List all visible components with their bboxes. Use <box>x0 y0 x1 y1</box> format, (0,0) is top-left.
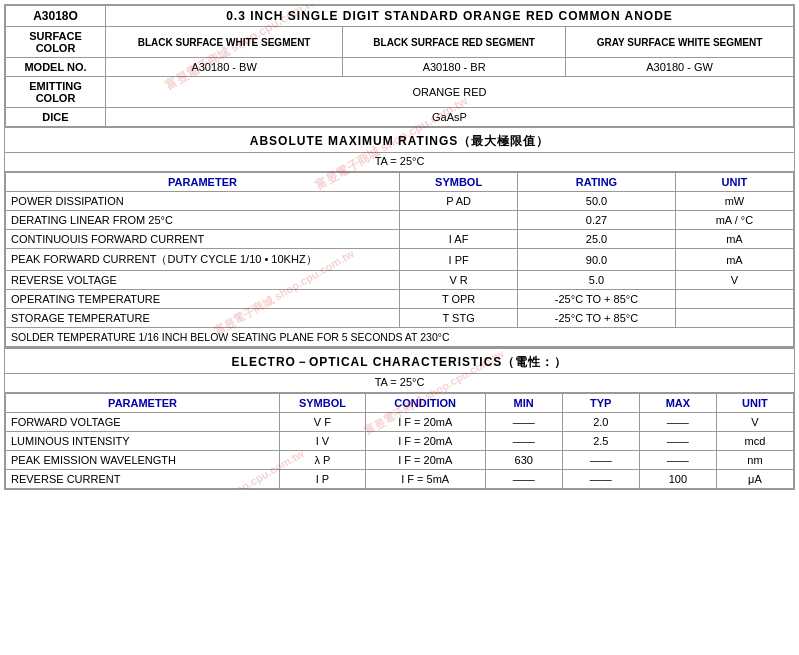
abs-symbol: V R <box>400 271 518 290</box>
header-table: A3018O 0.3 INCH SINGLE DIGIT STANDARD OR… <box>5 5 794 128</box>
abs-param: DERATING LINEAR FROM 25°C <box>6 211 400 230</box>
eo-min: —— <box>485 413 562 432</box>
eo-param: REVERSE CURRENT <box>6 470 280 489</box>
abs-unit: V <box>675 271 793 290</box>
eo-row: LUMINOUS INTENSITY I V I F = 20mA —— 2.5… <box>6 432 794 451</box>
col-rating: RATING <box>518 173 676 192</box>
main-title: 0.3 INCH SINGLE DIGIT STANDARD ORANGE RE… <box>226 9 673 23</box>
col-unit: UNIT <box>675 173 793 192</box>
eo-param: FORWARD VOLTAGE <box>6 413 280 432</box>
model-br: A30180 - BR <box>343 58 566 77</box>
electro-table: PARAMETER SYMBOL CONDITION MIN TYP MAX U… <box>5 393 794 489</box>
col-parameter: PARAMETER <box>6 173 400 192</box>
dice-value: GaAsP <box>106 108 794 128</box>
electro-title: ELECTRO－OPTICAL CHARACTERISTICS（電性：） <box>5 349 794 374</box>
eo-symbol: I V <box>280 432 366 451</box>
eo-condition: I F = 20mA <box>365 413 485 432</box>
abs-symbol: I PF <box>400 249 518 271</box>
eo-row: FORWARD VOLTAGE V F I F = 20mA —— 2.0 ——… <box>6 413 794 432</box>
abs-symbol: I AF <box>400 230 518 249</box>
eo-condition: I F = 5mA <box>365 470 485 489</box>
abs-symbol: T STG <box>400 309 518 328</box>
title-cell: 0.3 INCH SINGLE DIGIT STANDARD ORANGE RE… <box>106 6 794 27</box>
abs-symbol: P AD <box>400 192 518 211</box>
emitting-color-label: EMITTING COLOR <box>6 77 106 108</box>
surface-color-label: SURFACE COLOR <box>6 27 106 58</box>
eo-col-max: MAX <box>639 394 716 413</box>
eo-col-parameter: PARAMETER <box>6 394 280 413</box>
eo-typ: —— <box>562 470 639 489</box>
abs-max-subtitle: TA = 25°C <box>5 153 794 172</box>
col-symbol: SYMBOL <box>400 173 518 192</box>
abs-param: STORAGE TEMPERATURE <box>6 309 400 328</box>
eo-col-typ: TYP <box>562 394 639 413</box>
abs-max-section: ABSOLUTE MAXIMUM RATINGS（最大極限值） TA = 25°… <box>5 128 794 349</box>
eo-symbol: V F <box>280 413 366 432</box>
abs-param: CONTINUOUIS FORWARD CURRENT <box>6 230 400 249</box>
surface-3: GRAY SURFACE WHITE SEGMENT <box>566 27 794 58</box>
eo-unit: V <box>716 413 793 432</box>
abs-rating: 5.0 <box>518 271 676 290</box>
abs-max-table: PARAMETER SYMBOL RATING UNIT POWER DISSI… <box>5 172 794 347</box>
abs-max-row: DERATING LINEAR FROM 25°C 0.27 mA / °C <box>6 211 794 230</box>
eo-typ: —— <box>562 451 639 470</box>
eo-row: REVERSE CURRENT I P I F = 5mA —— —— 100 … <box>6 470 794 489</box>
eo-param: PEAK EMISSION WAVELENGTH <box>6 451 280 470</box>
dice-label: DICE <box>6 108 106 128</box>
abs-max-row: REVERSE VOLTAGE V R 5.0 V <box>6 271 794 290</box>
eo-max: —— <box>639 432 716 451</box>
abs-max-row: CONTINUOUIS FORWARD CURRENT I AF 25.0 mA <box>6 230 794 249</box>
eo-min: 630 <box>485 451 562 470</box>
abs-param: REVERSE VOLTAGE <box>6 271 400 290</box>
abs-unit <box>675 290 793 309</box>
eo-symbol: I P <box>280 470 366 489</box>
abs-rating: -25°C TO + 85°C <box>518 309 676 328</box>
abs-symbol <box>400 211 518 230</box>
eo-min: —— <box>485 470 562 489</box>
abs-unit: mA <box>675 230 793 249</box>
abs-rating: 90.0 <box>518 249 676 271</box>
eo-min: —— <box>485 432 562 451</box>
abs-param: POWER DISSIPATION <box>6 192 400 211</box>
eo-col-min: MIN <box>485 394 562 413</box>
eo-max: —— <box>639 451 716 470</box>
main-container: 富昱電子商城 shop.cpu.com.tw 富昱電子商城 shop.cpu.c… <box>4 4 795 490</box>
abs-symbol: T OPR <box>400 290 518 309</box>
model-gw: A30180 - GW <box>566 58 794 77</box>
abs-rating: 25.0 <box>518 230 676 249</box>
emitting-color-value: ORANGE RED <box>106 77 794 108</box>
abs-note-row: SOLDER TEMPERATURE 1/16 INCH BELOW SEATI… <box>6 328 794 347</box>
electro-subtitle: TA = 25°C <box>5 374 794 393</box>
eo-unit: mcd <box>716 432 793 451</box>
eo-condition: I F = 20mA <box>365 451 485 470</box>
abs-max-row: POWER DISSIPATION P AD 50.0 mW <box>6 192 794 211</box>
eo-typ: 2.5 <box>562 432 639 451</box>
electro-optical-section: ELECTRO－OPTICAL CHARACTERISTICS（電性：） TA … <box>5 349 794 489</box>
abs-unit: mW <box>675 192 793 211</box>
abs-max-row: OPERATING TEMPERATURE T OPR -25°C TO + 8… <box>6 290 794 309</box>
abs-param: PEAK FORWARD CURRENT（DUTY CYCLE 1/10 • 1… <box>6 249 400 271</box>
abs-max-row: STORAGE TEMPERATURE T STG -25°C TO + 85°… <box>6 309 794 328</box>
eo-condition: I F = 20mA <box>365 432 485 451</box>
abs-param: OPERATING TEMPERATURE <box>6 290 400 309</box>
abs-unit: mA / °C <box>675 211 793 230</box>
eo-typ: 2.0 <box>562 413 639 432</box>
abs-rating: -25°C TO + 85°C <box>518 290 676 309</box>
eo-col-symbol: SYMBOL <box>280 394 366 413</box>
model-no-label: MODEL NO. <box>6 58 106 77</box>
abs-max-row: PEAK FORWARD CURRENT（DUTY CYCLE 1/10 • 1… <box>6 249 794 271</box>
eo-row: PEAK EMISSION WAVELENGTH λ P I F = 20mA … <box>6 451 794 470</box>
model-cell: A3018O <box>6 6 106 27</box>
eo-col-unit: UNIT <box>716 394 793 413</box>
abs-note: SOLDER TEMPERATURE 1/16 INCH BELOW SEATI… <box>6 328 794 347</box>
abs-rating: 0.27 <box>518 211 676 230</box>
abs-unit: mA <box>675 249 793 271</box>
abs-rating: 50.0 <box>518 192 676 211</box>
abs-unit <box>675 309 793 328</box>
surface-2: BLACK SURFACE RED SEGMENT <box>343 27 566 58</box>
eo-max: —— <box>639 413 716 432</box>
eo-unit: nm <box>716 451 793 470</box>
abs-max-title: ABSOLUTE MAXIMUM RATINGS（最大極限值） <box>5 128 794 153</box>
eo-param: LUMINOUS INTENSITY <box>6 432 280 451</box>
eo-symbol: λ P <box>280 451 366 470</box>
